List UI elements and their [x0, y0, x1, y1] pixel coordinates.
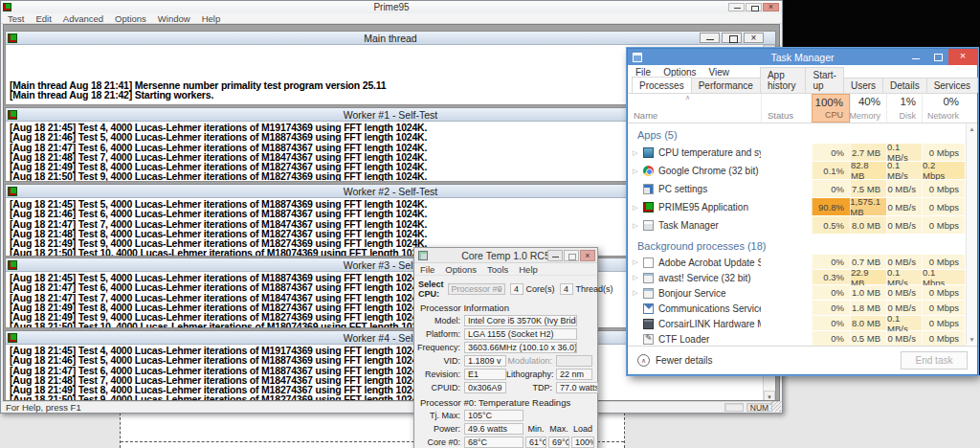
prime95-app-icon: [8, 34, 17, 43]
minimize-button[interactable]: [547, 250, 563, 261]
minimize-button[interactable]: [904, 49, 926, 65]
prime95-window-title: Prime95: [1, 2, 782, 12]
task-manager-titlebar[interactable]: Task Manager: [628, 49, 977, 65]
table-row[interactable]: ▷ Google Chrome (32 bit) 0.1% 82.8 MB 0.…: [628, 162, 965, 180]
chevron-right-icon[interactable]: ▷: [633, 274, 640, 281]
sort-ascending-icon: ∧: [685, 94, 690, 101]
column-status[interactable]: Status: [761, 94, 812, 123]
ctf-loader-icon: [643, 334, 654, 345]
prime95-app-icon: [3, 3, 11, 11]
tab-app-history[interactable]: App history: [760, 67, 807, 93]
column-name[interactable]: Name: [628, 94, 761, 123]
group-label-apps: Apps (5): [637, 129, 965, 141]
power-value: 49.6 watts: [464, 423, 523, 435]
maximize-button[interactable]: [746, 3, 762, 11]
process-table-header: ∧ Name Status 100% CPU 40% Memory 1% Dis…: [628, 94, 977, 123]
menu-window[interactable]: Window: [158, 13, 190, 24]
close-button[interactable]: [744, 33, 764, 43]
chevron-right-icon[interactable]: ▷: [633, 149, 640, 157]
menu-help[interactable]: Help: [202, 13, 221, 24]
close-button[interactable]: [763, 3, 779, 11]
task-manager-window: Task Manager File Options View Processes…: [627, 48, 978, 375]
num-indicator: NUM: [746, 403, 772, 412]
coretemp-icon: [643, 147, 654, 158]
tab-details[interactable]: Details: [882, 78, 927, 93]
menu-edit[interactable]: Edit: [35, 13, 51, 24]
menu-tools[interactable]: Tools: [487, 264, 508, 275]
chrome-icon: [643, 166, 654, 176]
table-row[interactable]: ▷ Task Manager 0.5% 8.0 MB 0 MB/s 0 Mbps: [628, 216, 965, 235]
chevron-right-icon[interactable]: ▷: [633, 222, 640, 230]
chevron-right-icon[interactable]: ▷: [633, 204, 640, 212]
prime95-app-icon: [8, 187, 17, 196]
scroll-down-icon[interactable]: ▼: [764, 391, 775, 401]
task-manager-footer: ∧ Fewer details End task: [628, 346, 977, 374]
tab-processes[interactable]: Processes: [632, 77, 692, 93]
coretemp-titlebar[interactable]: Core Temp 1.0 RC5: [414, 248, 597, 263]
chevron-right-icon[interactable]: ▷: [633, 289, 640, 297]
model-value: Intel Core i5 3570K (Ivy Bridge): [464, 315, 577, 326]
minimize-button[interactable]: [700, 33, 720, 43]
menu-help[interactable]: Help: [519, 264, 538, 275]
tab-services[interactable]: Services: [926, 78, 978, 93]
maximize-button[interactable]: [564, 250, 579, 261]
column-cpu[interactable]: 100% CPU: [812, 94, 850, 123]
tab-performance[interactable]: Performance: [691, 78, 761, 93]
scroll-down-icon[interactable]: ▼: [969, 334, 974, 345]
end-task-button[interactable]: End task: [901, 351, 968, 370]
vid-value: 1.1809 v: [464, 355, 506, 367]
revision-value: E1: [464, 369, 506, 380]
menu-file[interactable]: File: [635, 67, 651, 78]
communications-icon: [643, 303, 654, 314]
menu-view[interactable]: View: [709, 67, 730, 78]
tjmax-value: 105°C: [464, 410, 523, 421]
close-button[interactable]: [948, 49, 977, 65]
chevron-right-icon[interactable]: ▷: [633, 258, 640, 266]
menu-options[interactable]: Options: [663, 67, 696, 78]
menu-file[interactable]: File: [420, 264, 434, 275]
column-network[interactable]: 0% Network: [922, 94, 965, 123]
scroll-up-icon[interactable]: ▲: [969, 123, 974, 134]
tab-users[interactable]: Users: [843, 78, 883, 93]
temperature-header: Processor #0: Temperature Readings: [420, 397, 597, 408]
chevron-up-circle-icon[interactable]: ∧: [637, 354, 650, 367]
table-row[interactable]: PC settings 0% 7.5 MB 0 MB/s 0 Mbps: [628, 180, 965, 198]
close-button[interactable]: [580, 250, 595, 261]
prime95-titlebar[interactable]: Prime95: [1, 1, 782, 13]
table-row[interactable]: ▷ PRIME95 Application 90.8% 1,575.1 MB 0…: [628, 198, 965, 216]
menu-options[interactable]: Options: [445, 264, 477, 275]
menu-advanced[interactable]: Advanced: [63, 13, 103, 24]
main-thread-title: Main thread: [6, 33, 775, 44]
processor-select[interactable]: Processor #0: [448, 283, 505, 295]
task-manager-icon: [643, 220, 654, 231]
coretemp-menubar: File Options Tools Help: [414, 263, 597, 276]
adobe-updater-icon: [643, 258, 654, 268]
column-memory[interactable]: 40% Memory: [850, 94, 886, 123]
main-thread-titlebar[interactable]: Main thread: [6, 32, 775, 45]
table-row[interactable]: ▷ avast! Service (32 bit) 0.3% 22.9 MB 0…: [628, 270, 965, 285]
maximize-button[interactable]: [926, 49, 948, 65]
load-column-header: Load: [571, 424, 594, 434]
scrollbar[interactable]: ▲ ▼: [966, 123, 977, 345]
restore-button[interactable]: [722, 33, 742, 43]
platform-value: LGA 1155 (Socket H2): [464, 328, 577, 340]
column-disk[interactable]: 1% Disk: [886, 94, 922, 123]
tab-startup[interactable]: Start-up: [805, 67, 843, 93]
prime95-statusbar: For Help, press F1 NUM: [1, 401, 782, 413]
task-manager-app-icon: [633, 53, 642, 62]
chevron-right-icon[interactable]: ▷: [633, 168, 640, 175]
resize-grip[interactable]: [770, 401, 781, 412]
prime95-app-icon: [8, 333, 17, 343]
menu-test[interactable]: Test: [8, 13, 24, 24]
fewer-details-toggle[interactable]: Fewer details: [656, 355, 712, 366]
menu-options[interactable]: Options: [115, 13, 146, 24]
table-row[interactable]: ▷ Bonjour Service 0% 1.0 MB 0 MB/s 0 Mbp…: [628, 285, 965, 301]
table-row[interactable]: CTF Loader 0% 0.5 MB 0 MB/s 0 Mbps: [628, 331, 965, 346]
core0-temp: 68°C: [464, 437, 523, 448]
pc-settings-icon: [643, 184, 654, 194]
minimize-button[interactable]: [728, 3, 745, 11]
prime95-icon: [643, 202, 654, 213]
group-label-background: Background processes (18): [637, 240, 965, 252]
table-row[interactable]: CorsairLINK Hardware Monitor (... 0% 8.0…: [628, 316, 965, 331]
threads-count: 4: [560, 283, 573, 295]
